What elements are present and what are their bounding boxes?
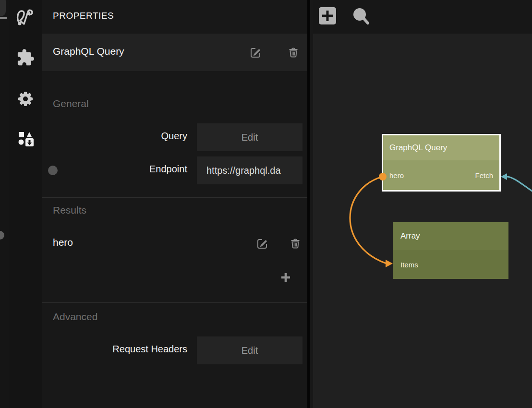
node-canvas[interactable]: GraphQL Query hero Fetch Array Items	[313, 0, 532, 408]
node-array[interactable]: Array Items	[393, 222, 508, 279]
properties-panel-title: PROPERTIES	[53, 11, 114, 21]
node-port-row: Items	[393, 250, 508, 279]
components-shapes-icon	[15, 128, 36, 149]
rename-result-button[interactable]	[255, 237, 269, 250]
result-item-hero: hero	[53, 237, 73, 248]
sidebar-item-settings[interactable]	[15, 88, 36, 110]
section-divider	[42, 302, 307, 303]
background-panel-edge	[0, 0, 9, 408]
properties-panel: PROPERTIES GraphQL Query	[42, 0, 310, 408]
sidebar-item-plugins[interactable]	[15, 48, 36, 70]
connection-hero-arrowhead	[386, 260, 393, 267]
connections-layer	[313, 0, 532, 408]
port-fetch[interactable]: Fetch	[475, 171, 493, 180]
plus-icon	[279, 271, 292, 284]
add-result-button[interactable]	[279, 271, 292, 284]
rename-icon	[249, 46, 262, 59]
connection-fetch-arrowhead	[501, 173, 507, 180]
search-button[interactable]	[351, 6, 371, 26]
search-icon	[351, 6, 371, 26]
selected-node-name: GraphQL Query	[53, 46, 124, 57]
node-port-row: hero Fetch	[383, 160, 499, 190]
endpoint-input[interactable]: https://graphql.da	[197, 156, 302, 184]
rename-node-button[interactable]	[249, 46, 262, 59]
node-title: GraphQL Query	[383, 135, 499, 160]
section-divider	[42, 197, 307, 198]
background-port-dot	[0, 231, 4, 240]
section-label-general: General	[53, 98, 89, 109]
sidebar-item-components[interactable]	[15, 128, 36, 150]
section-divider	[42, 378, 307, 378]
section-label-results: Results	[53, 204, 86, 216]
port-hero[interactable]: hero	[389, 171, 404, 180]
app-root: PROPERTIES GraphQL Query	[0, 0, 532, 408]
background-panel-corner	[0, 0, 6, 16]
plugins-puzzle-icon	[15, 48, 36, 70]
request-headers-label: Request Headers	[42, 344, 187, 355]
endpoint-label: Endpoint	[42, 164, 187, 175]
section-label-advanced: Advanced	[53, 311, 97, 323]
query-edit-button[interactable]: Edit	[197, 123, 302, 151]
selected-node-row[interactable]: GraphQL Query	[42, 34, 307, 71]
node-connections-icon	[15, 6, 36, 27]
sidebar-item-node-connections[interactable]	[15, 6, 36, 28]
background-panel-highlight	[0, 17, 7, 19]
settings-gear-icon	[15, 88, 36, 109]
node-title: Array	[393, 222, 508, 250]
rename-icon	[256, 237, 268, 250]
delete-node-button[interactable]	[287, 46, 300, 59]
node-graphql-query[interactable]: GraphQL Query hero Fetch	[382, 134, 501, 192]
left-toolbar	[9, 0, 42, 408]
add-node-button[interactable]	[319, 7, 336, 24]
delete-result-button[interactable]	[289, 237, 302, 250]
request-headers-edit-button[interactable]: Edit	[197, 336, 302, 364]
delete-icon	[289, 237, 302, 250]
connection-hero-to-items[interactable]	[350, 177, 387, 264]
delete-icon	[287, 46, 300, 59]
port-items[interactable]: Items	[400, 261, 418, 269]
query-label: Query	[42, 131, 187, 142]
connection-offscreen-to-fetch[interactable]	[507, 177, 532, 191]
canvas-toolbar	[313, 0, 532, 34]
add-node-icon	[319, 7, 336, 24]
